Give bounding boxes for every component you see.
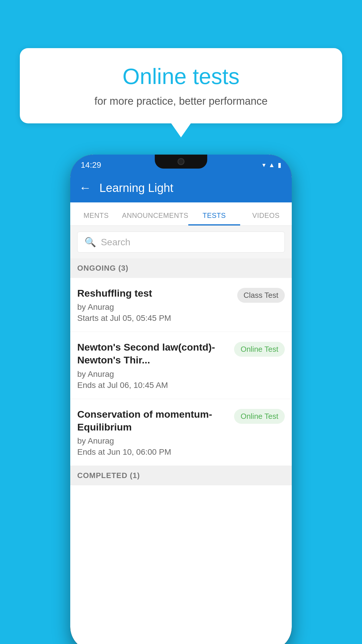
signal-icon: ▲ <box>268 161 275 169</box>
test-badge-class: Class Test <box>237 288 285 303</box>
test-date-newton: Ends at Jul 06, 10:45 AM <box>77 381 228 390</box>
test-name-conservation: Conservation of momentum-Equilibrium <box>77 408 228 433</box>
search-icon: 🔍 <box>85 237 96 248</box>
test-name-reshuffling: Reshuffling test <box>77 287 231 300</box>
test-badge-online-newton: Online Test <box>234 342 285 357</box>
bubble-title: Online tests <box>37 64 325 89</box>
app-header: ← Learning Light <box>70 173 292 202</box>
test-item-newton[interactable]: Newton's Second law(contd)-Newton's Thir… <box>70 332 292 399</box>
test-item-conservation[interactable]: Conservation of momentum-Equilibrium by … <box>70 399 292 466</box>
status-time: 14:29 <box>81 160 101 170</box>
phone-frame: 14:29 ▾ ▲ ▮ ← Learning Light MENTS ANNOU… <box>70 155 292 644</box>
search-container: 🔍 Search <box>70 226 292 258</box>
test-author-newton: by Anurag <box>77 370 228 379</box>
test-item-content-newton: Newton's Second law(contd)-Newton's Thir… <box>77 341 228 390</box>
test-author-reshuffling: by Anurag <box>77 302 231 312</box>
wifi-icon: ▾ <box>262 161 266 169</box>
back-button[interactable]: ← <box>79 181 91 195</box>
tab-bar: MENTS ANNOUNCEMENTS TESTS VIDEOS <box>70 202 292 226</box>
tab-videos[interactable]: VIDEOS <box>240 211 292 225</box>
completed-section-header: COMPLETED (1) <box>70 466 292 485</box>
search-input[interactable]: Search <box>101 237 130 248</box>
test-date-reshuffling: Starts at Jul 05, 05:45 PM <box>77 314 231 323</box>
test-item-content: Reshuffling test by Anurag Starts at Jul… <box>77 287 231 323</box>
test-badge-online-conservation: Online Test <box>234 409 285 424</box>
phone-screen: 14:29 ▾ ▲ ▮ ← Learning Light MENTS ANNOU… <box>70 155 292 644</box>
tab-ments[interactable]: MENTS <box>70 211 122 225</box>
tab-announcements[interactable]: ANNOUNCEMENTS <box>122 211 188 225</box>
battery-icon: ▮ <box>278 161 281 169</box>
phone-notch <box>155 155 207 169</box>
status-icons: ▾ ▲ ▮ <box>262 161 281 169</box>
test-name-newton: Newton's Second law(contd)-Newton's Thir… <box>77 341 228 366</box>
ongoing-section-header: ONGOING (3) <box>70 258 292 278</box>
test-date-conservation: Ends at Jun 10, 06:00 PM <box>77 447 228 457</box>
app-title: Learning Light <box>99 181 173 195</box>
test-item-reshuffling[interactable]: Reshuffling test by Anurag Starts at Jul… <box>70 278 292 332</box>
phone-camera <box>178 158 184 165</box>
bubble-subtitle: for more practice, better performance <box>37 95 325 107</box>
tab-tests[interactable]: TESTS <box>188 211 240 225</box>
speech-bubble: Online tests for more practice, better p… <box>20 48 342 123</box>
test-author-conservation: by Anurag <box>77 436 228 446</box>
test-item-content-conservation: Conservation of momentum-Equilibrium by … <box>77 408 228 457</box>
search-bar[interactable]: 🔍 Search <box>77 232 285 253</box>
